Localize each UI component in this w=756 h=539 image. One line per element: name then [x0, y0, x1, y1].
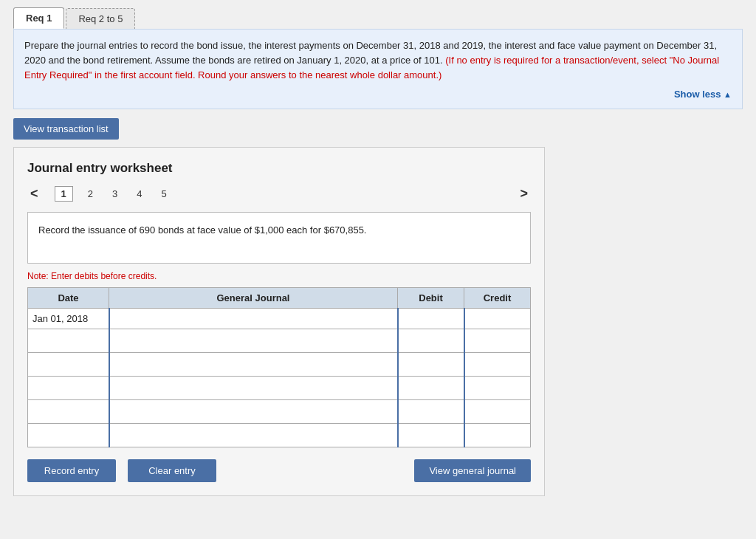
debit-cell-2[interactable]: [398, 352, 464, 376]
debit-cell-0[interactable]: [398, 308, 464, 329]
journal-table: Date General Journal Debit Credit Jan 01…: [27, 287, 531, 447]
table-row: [28, 423, 531, 447]
col-header-date: Date: [28, 287, 109, 308]
date-cell-4[interactable]: [28, 399, 109, 423]
date-cell-5[interactable]: [28, 423, 109, 447]
date-input-3[interactable]: [32, 380, 104, 396]
credit-input-0[interactable]: [465, 309, 531, 329]
show-less-link[interactable]: Show less ▲: [674, 89, 732, 100]
journal-cell-5[interactable]: [109, 423, 398, 447]
date-cell-0: Jan 01, 2018: [28, 308, 109, 329]
credit-input-1[interactable]: [465, 329, 531, 352]
tabs-row: Req 1 Req 2 to 5: [13, 7, 743, 29]
table-row: [28, 329, 531, 352]
journal-input-0[interactable]: [110, 309, 397, 329]
credit-cell-4[interactable]: [464, 399, 531, 423]
credit-input-3[interactable]: [465, 377, 531, 399]
journal-cell-2[interactable]: [109, 352, 398, 376]
nav-page-1[interactable]: 1: [55, 186, 73, 202]
journal-cell-1[interactable]: [109, 329, 398, 352]
credit-input-2[interactable]: [465, 353, 531, 376]
debit-cell-5[interactable]: [398, 423, 464, 447]
debit-cell-4[interactable]: [398, 399, 464, 423]
debit-cell-3[interactable]: [398, 376, 464, 399]
col-header-credit: Credit: [464, 287, 531, 308]
date-cell-3[interactable]: [28, 376, 109, 399]
journal-input-5[interactable]: [110, 424, 397, 447]
nav-prev-button[interactable]: <: [27, 186, 41, 202]
nav-page-4[interactable]: 4: [132, 187, 146, 201]
credit-cell-1[interactable]: [464, 329, 531, 352]
note-text: Note: Enter debits before credits.: [27, 271, 531, 281]
date-input-5[interactable]: [32, 427, 104, 444]
credit-cell-3[interactable]: [464, 376, 531, 399]
journal-cell-3[interactable]: [109, 376, 398, 399]
debit-input-0[interactable]: [399, 309, 464, 329]
credit-cell-5[interactable]: [464, 423, 531, 447]
view-transaction-list-button[interactable]: View transaction list: [13, 118, 119, 140]
debit-input-5[interactable]: [399, 424, 464, 447]
nav-page-5[interactable]: 5: [157, 187, 171, 201]
credit-input-4[interactable]: [465, 400, 531, 423]
worksheet-container: Journal entry worksheet < 1 2 3 4 5 > Re…: [13, 147, 545, 496]
credit-input-5[interactable]: [465, 424, 531, 447]
worksheet-title: Journal entry worksheet: [27, 161, 531, 176]
nav-next-button[interactable]: >: [517, 186, 531, 202]
journal-input-2[interactable]: [110, 353, 397, 376]
action-buttons: Record entry Clear entry View general jo…: [27, 459, 531, 482]
date-cell-1[interactable]: [28, 329, 109, 352]
debit-input-2[interactable]: [399, 353, 464, 376]
journal-input-1[interactable]: [110, 329, 397, 352]
table-row: [28, 399, 531, 423]
record-entry-button[interactable]: Record entry: [27, 459, 116, 482]
date-input-1[interactable]: [32, 332, 104, 349]
credit-cell-2[interactable]: [464, 352, 531, 376]
tab-req2to5[interactable]: Req 2 to 5: [66, 8, 135, 29]
journal-cell-0[interactable]: [109, 308, 398, 329]
instructions-box: Prepare the journal entries to record th…: [13, 29, 743, 109]
debit-cell-1[interactable]: [398, 329, 464, 352]
nav-pages: 1 2 3 4 5: [55, 186, 171, 202]
table-row: [28, 376, 531, 399]
date-input-2[interactable]: [32, 356, 104, 373]
table-row: Jan 01, 2018: [28, 308, 531, 329]
debit-input-3[interactable]: [399, 377, 464, 399]
col-header-journal: General Journal: [109, 287, 398, 308]
description-box: Record the issuance of 690 bonds at face…: [27, 212, 531, 264]
journal-input-4[interactable]: [110, 400, 397, 423]
debit-input-4[interactable]: [399, 400, 464, 423]
debit-input-1[interactable]: [399, 329, 464, 352]
date-cell-2[interactable]: [28, 352, 109, 376]
tab-req1[interactable]: Req 1: [13, 7, 64, 29]
view-general-journal-button[interactable]: View general journal: [414, 459, 531, 482]
nav-row: < 1 2 3 4 5 >: [27, 186, 531, 202]
journal-input-3[interactable]: [110, 377, 397, 399]
credit-cell-0[interactable]: [464, 308, 531, 329]
nav-page-2[interactable]: 2: [83, 187, 97, 201]
journal-cell-4[interactable]: [109, 399, 398, 423]
date-input-4[interactable]: [32, 403, 104, 420]
table-row: [28, 352, 531, 376]
col-header-debit: Debit: [398, 287, 464, 308]
clear-entry-button[interactable]: Clear entry: [128, 459, 216, 482]
nav-page-3[interactable]: 3: [108, 187, 122, 201]
show-less-container: Show less ▲: [24, 87, 732, 102]
